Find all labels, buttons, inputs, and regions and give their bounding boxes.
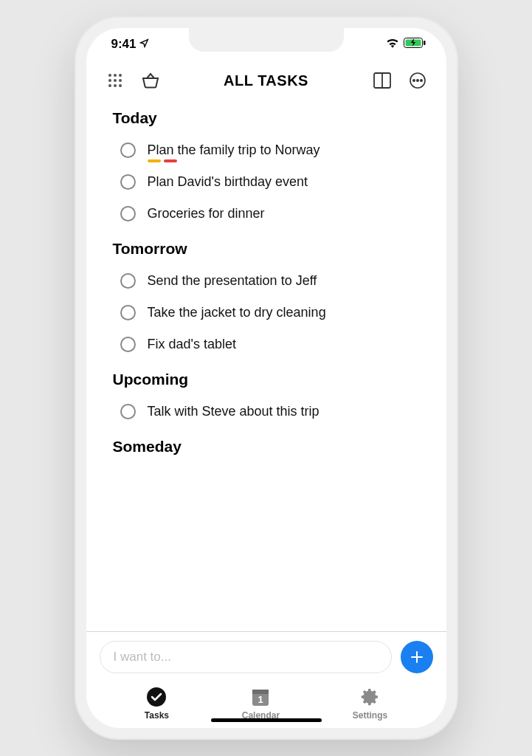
svg-point-8 xyxy=(119,79,122,82)
plus-icon xyxy=(410,650,424,664)
screen: 9:41 xyxy=(86,28,446,728)
task-checkbox[interactable] xyxy=(120,273,136,289)
svg-point-20 xyxy=(147,687,166,707)
add-button[interactable] xyxy=(401,641,433,673)
svg-point-3 xyxy=(108,74,111,77)
svg-point-10 xyxy=(114,84,117,87)
task-row[interactable]: Talk with Steve about this trip xyxy=(86,396,446,427)
task-text: Send the presentation to Jeff xyxy=(148,273,317,289)
task-row[interactable]: Take the jacket to dry cleaning xyxy=(86,297,446,329)
grid-menu-icon[interactable] xyxy=(106,71,125,90)
tab-tasks[interactable]: Tasks xyxy=(145,687,169,721)
columns-icon[interactable] xyxy=(373,71,392,90)
svg-point-17 xyxy=(420,80,421,81)
task-row[interactable]: Groceries for dinner xyxy=(86,198,446,230)
page-title: ALL TASKS xyxy=(224,72,308,89)
notch xyxy=(189,28,344,52)
battery-icon xyxy=(404,37,426,52)
task-checkbox[interactable] xyxy=(120,142,136,158)
tab-calendar[interactable]: 1 Calendar xyxy=(242,687,280,721)
task-checkbox[interactable] xyxy=(120,206,136,221)
task-text: Plan the family trip to Norway xyxy=(148,142,320,158)
task-tags xyxy=(148,159,177,162)
task-list[interactable]: TodayPlan the family trip to NorwayPlan … xyxy=(86,97,446,631)
tag-dash xyxy=(148,159,161,162)
location-arrow-icon xyxy=(139,37,149,52)
task-checkbox[interactable] xyxy=(120,404,136,419)
more-icon[interactable] xyxy=(408,71,427,90)
basket-icon[interactable] xyxy=(141,71,160,90)
svg-point-5 xyxy=(119,74,122,77)
home-indicator[interactable] xyxy=(211,718,322,722)
task-row[interactable]: Send the presentation to Jeff xyxy=(86,265,446,297)
task-text: Groceries for dinner xyxy=(148,206,265,221)
svg-point-7 xyxy=(114,79,117,82)
status-time: 9:41 xyxy=(111,37,137,52)
task-text: Talk with Steve about this trip xyxy=(148,404,319,419)
task-row[interactable]: Plan David's birthday event xyxy=(86,166,446,198)
task-checkbox[interactable] xyxy=(120,174,136,190)
section-header: Tomorrow xyxy=(86,230,446,265)
quick-add-placeholder: I want to... xyxy=(114,650,171,664)
tab-label: Tasks xyxy=(145,710,169,721)
tab-settings[interactable]: Settings xyxy=(353,687,387,721)
task-checkbox[interactable] xyxy=(120,305,136,320)
section-header: Someday xyxy=(86,427,446,463)
input-bar: I want to... xyxy=(86,631,446,682)
svg-text:1: 1 xyxy=(258,694,263,705)
task-row[interactable]: Plan the family trip to Norway xyxy=(86,134,446,166)
settings-tab-icon xyxy=(359,687,380,707)
svg-rect-2 xyxy=(424,41,426,45)
svg-point-11 xyxy=(119,84,122,87)
task-text: Fix dad's tablet xyxy=(148,337,237,352)
svg-point-16 xyxy=(416,80,418,81)
tasks-tab-icon xyxy=(146,687,167,707)
phone-frame: 9:41 xyxy=(75,16,458,740)
wifi-icon xyxy=(386,37,399,52)
toolbar: ALL TASKS xyxy=(86,61,446,97)
tab-label: Settings xyxy=(353,710,387,721)
task-checkbox[interactable] xyxy=(120,337,136,352)
task-text: Plan David's birthday event xyxy=(148,174,308,190)
tag-dash xyxy=(164,159,177,162)
svg-point-15 xyxy=(412,80,414,81)
svg-point-4 xyxy=(114,74,117,77)
task-row[interactable]: Fix dad's tablet xyxy=(86,329,446,360)
quick-add-input[interactable]: I want to... xyxy=(100,641,392,673)
calendar-tab-icon: 1 xyxy=(250,687,271,707)
svg-point-9 xyxy=(108,84,111,87)
section-header: Today xyxy=(86,99,446,134)
section-header: Upcoming xyxy=(86,360,446,396)
svg-point-6 xyxy=(108,79,111,82)
task-text: Take the jacket to dry cleaning xyxy=(148,305,326,320)
